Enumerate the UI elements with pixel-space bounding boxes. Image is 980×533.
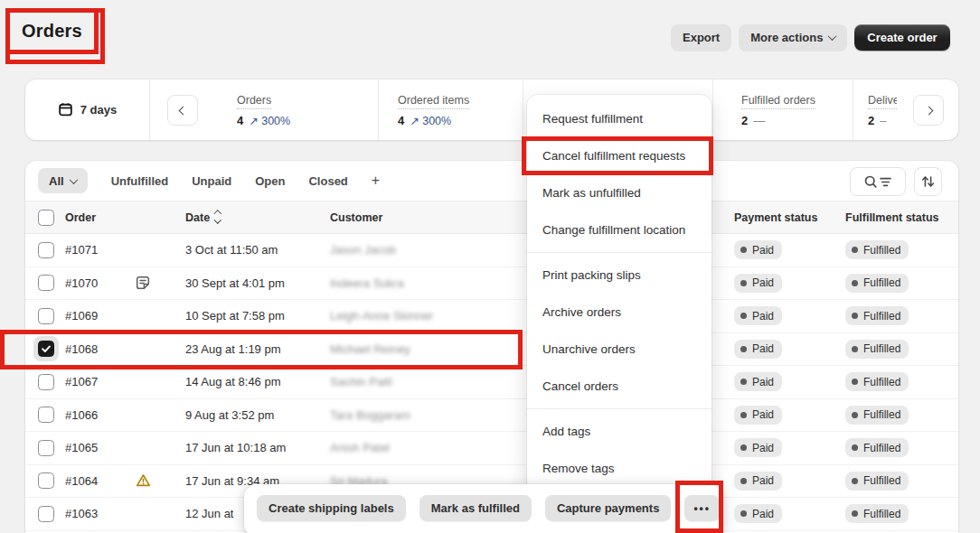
customer-name: Indeera Sukra — [330, 276, 404, 290]
export-button[interactable]: Export — [671, 24, 731, 51]
tab-all[interactable]: All — [38, 168, 88, 193]
status-dot — [740, 412, 747, 418]
metric-value: 2 — [741, 114, 748, 127]
header-actions: Export More actions Create order — [671, 24, 950, 51]
metric-label[interactable]: Orders — [237, 94, 271, 109]
mark-as-fulfilled-button[interactable]: Mark as fulfilled — [419, 495, 532, 521]
fulfillment-status-badge: Fulfilled — [845, 274, 909, 293]
order-number: #1066 — [65, 408, 98, 422]
date-range-button[interactable]: 7 days — [25, 79, 150, 140]
row-checkbox[interactable] — [38, 374, 54, 390]
ellipsis-button[interactable]: ••• — [684, 495, 720, 521]
metric-label[interactable]: Ordered items — [398, 94, 469, 109]
customer-name: Leigh-Anne Skinner — [330, 309, 433, 323]
search-filter-button[interactable] — [850, 167, 906, 196]
menu-item-request-fulfillment[interactable]: Request fulfillment — [527, 100, 711, 137]
order-number: #1064 — [65, 474, 98, 488]
column-payment-status[interactable]: Payment status — [734, 211, 845, 224]
more-actions-button[interactable]: More actions — [739, 24, 847, 51]
table-row[interactable]: #106823 Aug at 1:19 pmMichael ReineyPaid… — [25, 333, 958, 367]
divider — [523, 79, 523, 140]
status-dot — [852, 280, 858, 286]
menu-item-archive-orders[interactable]: Archive orders — [527, 294, 711, 331]
table-row[interactable]: #106910 Sept at 7:58 pmLeigh-Anne Skinne… — [25, 300, 958, 333]
menu-item-cancel-fulfillment-requests[interactable]: Cancel fulfillment requests — [527, 137, 711, 174]
metrics-prev-button[interactable] — [167, 95, 198, 126]
menu-item-print-packing-slips[interactable]: Print packing slips — [527, 257, 711, 294]
create-shipping-labels-button[interactable]: Create shipping labels — [257, 495, 406, 521]
status-dot — [740, 313, 747, 319]
row-checkbox[interactable] — [38, 308, 54, 324]
add-view-button[interactable]: + — [372, 173, 380, 189]
metric-value: 2 — [868, 114, 874, 127]
menu-item-cancel-orders[interactable]: Cancel orders — [527, 368, 711, 405]
menu-item-mark-as-unfulfilled[interactable]: Mark as unfulfilled — [527, 174, 711, 211]
row-checkbox[interactable] — [38, 341, 54, 357]
menu-divider — [527, 252, 711, 253]
row-checkbox[interactable] — [38, 506, 54, 522]
table-row[interactable]: #10669 Aug at 3:52 pmTara BoggaramPaidFu… — [25, 399, 958, 433]
sort-arrows-icon — [921, 174, 935, 189]
fulfillment-status-badge: Fulfilled — [845, 240, 909, 259]
status-dot — [740, 346, 747, 352]
table-row[interactable]: #107030 Sept at 4:01 pmIndeera SukraPaid… — [25, 267, 958, 301]
menu-item-change-fulfillment-location[interactable]: Change fulfillment location — [527, 211, 711, 248]
tab-closed[interactable]: Closed — [308, 174, 347, 188]
menu-item-remove-tags[interactable]: Remove tags — [527, 450, 711, 487]
status-dot — [740, 510, 747, 517]
divider — [853, 79, 853, 140]
table-row[interactable]: #10713 Oct at 11:50 amJason JacobPaidFul… — [25, 234, 958, 267]
status-dot — [740, 379, 747, 385]
status-dot — [852, 412, 858, 418]
tab-unpaid[interactable]: Unpaid — [192, 174, 231, 188]
payment-status-badge: Paid — [734, 306, 782, 325]
page-title: Orders — [22, 21, 82, 42]
metric-label[interactable]: Fulfilled orders — [741, 94, 815, 109]
payment-status-badge: Paid — [734, 406, 782, 425]
status-dot — [852, 247, 858, 253]
payment-status-badge: Paid — [734, 472, 782, 491]
metric-value: 4 — [237, 114, 243, 127]
status-dot — [852, 478, 858, 484]
row-checkbox[interactable] — [38, 242, 54, 258]
table-header-row: Order Date Customer Payment status Fulfi… — [25, 201, 958, 234]
metric-value: 4 — [398, 114, 404, 127]
row-checkbox[interactable] — [38, 440, 54, 456]
row-checkbox[interactable] — [38, 407, 54, 423]
select-all-checkbox[interactable] — [38, 210, 54, 226]
sort-button[interactable] — [914, 167, 942, 196]
payment-status-badge: Paid — [734, 274, 782, 293]
chevron-left-icon — [178, 106, 187, 115]
chevron-down-icon — [69, 175, 78, 184]
column-fulfillment-status[interactable]: Fulfillment status — [845, 211, 958, 224]
row-checkbox[interactable] — [38, 472, 54, 489]
order-date: 9 Aug at 3:52 pm — [185, 408, 330, 422]
status-dot — [852, 313, 858, 319]
status-dot — [852, 444, 858, 451]
orders-title-container: Orders — [5, 8, 99, 54]
orders-table-card: All Unfulfilled Unpaid Open Closed + — [25, 161, 958, 533]
status-dot — [852, 510, 858, 517]
metric-label[interactable]: Delivered orders — [868, 94, 897, 109]
tab-open[interactable]: Open — [255, 174, 285, 188]
trend-up: ↗ 300% — [249, 114, 290, 127]
order-number: #1071 — [65, 243, 98, 257]
capture-payments-button[interactable]: Capture payments — [545, 495, 671, 521]
create-order-button[interactable]: Create order — [854, 24, 949, 51]
table-row[interactable]: #106517 Jun at 10:18 amAnish PatelPaidFu… — [25, 432, 958, 465]
metrics-next-button[interactable] — [913, 95, 944, 126]
fulfillment-status-badge: Fulfilled — [845, 504, 909, 523]
bulk-action-bar: Create shipping labels Mark as fulfilled… — [244, 484, 723, 533]
tab-unfulfilled[interactable]: Unfulfilled — [111, 174, 169, 188]
menu-item-unarchive-orders[interactable]: Unarchive orders — [527, 331, 711, 368]
analytics-bar: 7 days Orders 4 ↗ 300% Ordered items 4 ↗… — [25, 79, 958, 140]
menu-item-add-tags[interactable]: Add tags — [527, 413, 711, 450]
order-number: #1067 — [65, 375, 98, 388]
status-dot — [852, 346, 858, 352]
row-checkbox[interactable] — [38, 275, 54, 291]
table-row[interactable]: #106714 Aug at 8:46 pmSachin PatilPaidFu… — [25, 366, 958, 399]
order-date: 10 Sept at 7:58 pm — [185, 309, 330, 323]
column-order[interactable]: Order — [65, 211, 185, 224]
column-date[interactable]: Date — [185, 211, 330, 224]
status-dot — [740, 280, 747, 286]
